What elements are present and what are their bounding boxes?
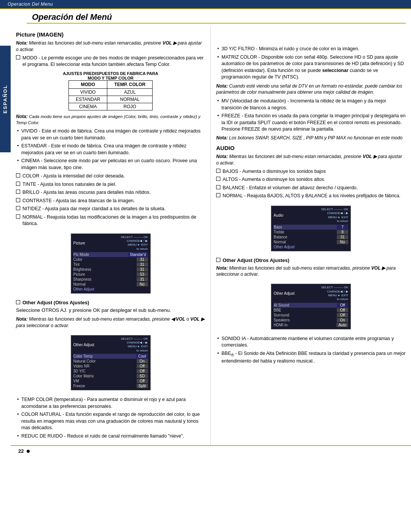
- other-adjust-ui-container: Other Adjust SELECT ——— OKCHANGE◀ ○ ▶MEN…: [16, 332, 205, 394]
- tinte-checkbox: [16, 182, 20, 186]
- ui-bbe-row: BBE Off: [274, 308, 348, 313]
- list-item: MATRIZ COLOR - Disponible solo con señal…: [216, 54, 406, 81]
- brillo-item: BRILLO - Ajusta las áreas oscuras para d…: [16, 189, 205, 196]
- modo-item: MODO - Le permite escoger uno de tres mo…: [16, 55, 205, 68]
- ui-vm-row: VM Off: [73, 379, 148, 383]
- brillo-text: BRILLO - Ajusta las áreas oscuras para d…: [22, 189, 151, 196]
- contraste-checkbox: [16, 198, 20, 202]
- picture-nota1: Nota: Mientras las funciones del sub-men…: [16, 40, 205, 53]
- normal-checkbox: [16, 214, 20, 219]
- ui-hdmiin-row: HDMI In Auto: [274, 323, 348, 328]
- ui-brightness-row: Brightness 31: [73, 267, 148, 272]
- page-number: 22: [18, 448, 24, 454]
- picture-nota1-label: Nota:: [16, 40, 28, 46]
- ui-videonr-row: Video NR Off: [73, 364, 148, 369]
- ui-audio-otheradjust-row: Other Adjust: [274, 244, 348, 249]
- ui-audio-header: Audio SELECT ——— OKCHANGE◀ ○ ▶MENU ● EXI…: [274, 208, 348, 224]
- audio-nota1-text: Mientras las funciones del sub-menu esta…: [216, 154, 402, 166]
- picture-ui-container: Picture SELECT ——— OKCHANGE◀ ○ ▶MENU ● E…: [16, 230, 205, 297]
- ui-audio-other-controls: SELECT ——— OKCHANGE◀ ○ ▶MENU ● EXITto re…: [321, 286, 348, 302]
- picture-nota3: Nota: Mientras las funciones del sub sub…: [16, 316, 205, 329]
- page-wrapper: Operacion Del Menu ESPAÑOL Operación del…: [0, 0, 411, 456]
- ui-picture-controls: SELECT ——— OKCHANGE◀ ○ ▶MENU ● EXITto re…: [121, 235, 148, 251]
- table-row: VIVIDO AZUL: [68, 88, 152, 96]
- tinte-text: TINTE - Ajusta los tonos naturales de la…: [22, 181, 116, 188]
- ui-audio-other-header: Other Adjust SELECT ——— OKCHANGE◀ ○ ▶MEN…: [274, 286, 348, 302]
- audio-nota1-label: Nota:: [216, 154, 228, 159]
- audio-other-ui-container: Other Adjust SELECT ——— OKCHANGE◀ ○ ▶MEN…: [216, 281, 406, 332]
- altos-text: ALTOS - Aumenta o disminuye los sonidos …: [223, 176, 325, 183]
- picture-bullets: VIVIDO - Este el modo de fábrica. Crea u…: [16, 128, 205, 171]
- audio-other-adjust-header: Other Adjust (Otros Ajustes): [216, 257, 406, 263]
- list-item: FREEZE - Esta función es usada da para c…: [216, 113, 406, 133]
- other-adjust-checkbox-left: [16, 300, 20, 304]
- bajos-checkbox: [216, 169, 220, 173]
- audio-normal-text: NORMAL - Reajusta BAJOS, ALTOS y BALANCE…: [223, 193, 400, 200]
- picture-nota2-label: Nota:: [16, 114, 28, 119]
- picture-bullets2: TEMP COLOR (temperatura) - Para aumentar…: [16, 396, 205, 439]
- table-cell: AZUL: [107, 88, 153, 96]
- modo-text: MODO - Le permite escoger uno de tres mo…: [22, 55, 205, 68]
- audio-ui-screenshot: Audio SELECT ——— OKCHANGE◀ ○ ▶MENU ● EXI…: [271, 206, 351, 251]
- list-item: ESTANDAR - Este el modo de fábrica. Crea…: [16, 143, 205, 156]
- audio-nota2-label: Nota:: [216, 265, 228, 271]
- audio-nota1: Nota: Mientras las funciones del sub-men…: [216, 153, 406, 166]
- other-adjust-ui-screenshot: Other Adjust SELECT ——— OKCHANGE◀ ○ ▶MEN…: [71, 335, 151, 391]
- ui-naturalcolor-row: Natural Color On: [73, 359, 148, 364]
- balance-item: BALANCE - Enfatize el volumen del altavo…: [216, 185, 406, 192]
- color-checkbox: [16, 173, 20, 177]
- altos-item: ALTOS - Aumenta o disminuye los sonidos …: [216, 176, 406, 183]
- left-column: Picture (IMAGEN) Nota: Mientras las func…: [11, 26, 211, 445]
- table-row: ESTANDAR NORMAL: [68, 96, 152, 103]
- ui-color-row: Color 31: [73, 257, 148, 262]
- ui-sharpness-row: Sharpness 31: [73, 277, 148, 282]
- ui-tint-row: Tint 31: [73, 262, 148, 267]
- right-column: 3D Y/C FILTRO - Minimiza el ruido y cruc…: [211, 26, 411, 445]
- normal-text: NORMAL - Reajusta todas las modificacion…: [22, 214, 205, 227]
- table-header-temp: TEMP. COLOR: [107, 80, 153, 88]
- audio-other-adjust-checkbox: [216, 258, 220, 262]
- preset-table-container: AJUSTES PREDISPUESTOS DE FABRICA PARA MO…: [16, 71, 205, 110]
- ui-speakers-row: Speakers On: [274, 318, 348, 323]
- list-item: CINEMA - Seleccione este modo par ver pe…: [16, 158, 205, 171]
- list-item: MV (Velocidad de modulación) - Increment…: [216, 98, 406, 111]
- ui-picture-row: Picture 53: [73, 272, 148, 277]
- list-item: SONIDO IA - Automáticamente mantiene el …: [216, 335, 406, 349]
- contraste-text: CONTRASTE - Ajusta las área blancas de l…: [22, 198, 135, 204]
- ui-surround-row: Surround Off: [274, 313, 348, 318]
- table-subtitle1: AJUSTES PREDISPUESTOS DE FABRICA PARA: [16, 71, 205, 76]
- table-cell: VIVIDO: [68, 88, 107, 96]
- title-area: Operación del Menú: [11, 9, 411, 24]
- balance-checkbox: [216, 185, 220, 189]
- table-row: CINEMA ROJO: [68, 103, 152, 110]
- picture-nota2-text: Cada modo tiene sus propios ajustes de i…: [16, 114, 201, 125]
- nota-dtv-label: Nota:: [216, 83, 228, 89]
- audio-other-adjust-title: Other Adjust (Otros Ajustes): [223, 257, 289, 263]
- ui-audio-other-title: Other Adjust: [274, 291, 295, 296]
- side-tab: ESPAÑOL: [0, 46, 11, 152]
- list-item: BBE® - El Sonido de Alta Definición BBE …: [216, 350, 406, 365]
- color-text: COLOR - Ajusta la intensidad del color d…: [22, 173, 125, 180]
- list-item: REDUC DE RUIDO - Reduce el ruido de cana…: [16, 433, 205, 440]
- ui-colortemp-row: Color Temp Cool: [73, 354, 148, 359]
- list-item: 3D Y/C FILTRO - Minimiza el ruido y cruc…: [216, 46, 406, 53]
- table-subtitle2: MODO Y TEMP COLOR: [16, 76, 205, 80]
- ui-other-header: Other Adjust SELECT ——— OKCHANGE◀ ○ ▶MEN…: [73, 337, 148, 353]
- ui-picture-title: Picture: [73, 241, 85, 245]
- picture-ui-screenshot: Picture SELECT ——— OKCHANGE◀ ○ ▶MENU ● E…: [71, 233, 151, 294]
- page-dot: [27, 450, 30, 453]
- audio-bullets: SONIDO IA - Automáticamente mantiene el …: [216, 335, 406, 365]
- table-cell: CINEMA: [68, 103, 107, 110]
- nota-dtv-text: Cuando esté viendo una señal de DTV en u…: [216, 83, 402, 95]
- ui-audio-controls: SELECT ——— OKCHANGE◀ ○ ▶MENU ● EXITto re…: [321, 208, 348, 224]
- audio-ui-container: Audio SELECT ——— OKCHANGE◀ ○ ▶MENU ● EXI…: [216, 203, 406, 254]
- other-adjust-header-left: Other Adjust (Otros Ajustes): [16, 300, 205, 305]
- breadcrumb: Operacion Del Menu: [8, 2, 53, 7]
- nitidez-checkbox: [16, 206, 20, 210]
- picture-nota2: Nota: Cada modo tiene sus propios ajuste…: [16, 113, 205, 126]
- ui-aisound-row: AI Sound Off: [274, 303, 348, 308]
- table-cell: NORMAL: [107, 96, 153, 103]
- ui-other-controls: SELECT ——— OKCHANGE◀ ○ ▶MENU ● EXITto re…: [121, 337, 148, 353]
- normal-item: NORMAL - Reajusta todas las modificacion…: [16, 214, 205, 227]
- ui-audio-normal-row: Normal No: [274, 240, 348, 244]
